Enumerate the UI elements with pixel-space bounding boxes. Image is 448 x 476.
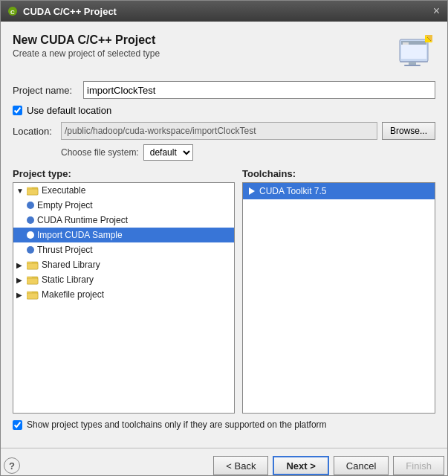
folder-icon-static	[27, 274, 39, 285]
tree-item-empty-project[interactable]: Empty Project	[13, 198, 234, 213]
tree-label-shared-library: Shared Library	[42, 260, 100, 270]
dot-thrust	[27, 246, 34, 254]
dot-import-cuda	[27, 231, 34, 239]
toolchains-label: Toolchains:	[242, 168, 435, 179]
project-name-row: Project name:	[13, 81, 435, 99]
toolchains-list[interactable]: CUDA Toolkit 7.5	[242, 182, 435, 414]
tree-item-cuda-runtime[interactable]: CUDA Runtime Project	[13, 213, 234, 228]
browse-button[interactable]: Browse...	[382, 122, 435, 140]
default-location-label: Use default location	[27, 105, 111, 116]
expand-icon-makefile: ▶	[16, 291, 24, 299]
dot-empty-project	[27, 202, 34, 209]
cuda-icon: C	[7, 5, 19, 17]
folder-icon-makefile	[27, 289, 39, 300]
filesystem-row: Choose file system: default	[13, 144, 435, 161]
svg-rect-5	[403, 42, 409, 45]
tree-item-import-cuda[interactable]: Import CUDA Sample	[13, 228, 234, 242]
dot-cuda-runtime	[27, 216, 34, 224]
folder-icon-executable	[27, 185, 39, 196]
cancel-button[interactable]: Cancel	[334, 456, 389, 475]
expand-icon-executable: ▼	[16, 187, 24, 195]
expand-icon-static: ▶	[16, 276, 24, 284]
tree-label-makefile: Makefile project	[42, 289, 104, 300]
title-bar-left: C CUDA C/C++ Project	[7, 5, 117, 17]
tree-label-import-cuda: Import CUDA Sample	[37, 230, 123, 240]
tree-label-cuda-runtime: CUDA Runtime Project	[37, 215, 128, 225]
bottom-checkbox-row: Show project types and toolchains only i…	[13, 419, 435, 430]
svg-rect-20	[27, 278, 38, 284]
toolchains-column: Toolchains: CUDA Toolkit 7.5	[242, 168, 435, 414]
project-name-label: Project name:	[13, 85, 83, 96]
filesystem-label: Choose file system:	[61, 147, 139, 158]
expand-icon-shared: ▶	[16, 261, 24, 269]
two-column-area: Project type: ▼ Executable Empty Project	[13, 168, 435, 414]
header-text: New CUDA C/C++ Project Create a new proj…	[13, 33, 160, 59]
button-row: ? < Back Next > Cancel Finish	[1, 456, 447, 475]
header-section: New CUDA C/C++ Project Create a new proj…	[13, 33, 435, 72]
filesystem-select[interactable]: default	[143, 144, 193, 161]
tree-label-executable: Executable	[42, 185, 85, 196]
platform-filter-checkbox[interactable]	[13, 420, 22, 430]
tree-item-static-library[interactable]: ▶ Static Library	[13, 272, 234, 287]
play-icon-cuda	[249, 187, 255, 195]
default-location-row: Use default location	[13, 105, 435, 116]
back-button[interactable]: < Back	[213, 456, 268, 475]
location-label: Location:	[13, 126, 61, 137]
project-type-column: Project type: ▼ Executable Empty Project	[13, 168, 235, 414]
svg-rect-7	[409, 62, 416, 65]
platform-filter-label: Show project types and toolchains only i…	[27, 419, 327, 430]
svg-rect-23	[27, 293, 38, 299]
folder-icon-shared	[27, 260, 39, 270]
project-type-label: Project type:	[13, 168, 235, 179]
title-bar: C CUDA C/C++ Project ×	[1, 1, 447, 22]
project-type-tree[interactable]: ▼ Executable Empty Project CUDA Runtime …	[13, 182, 235, 414]
svg-text:C: C	[10, 9, 15, 16]
toolchain-label-cuda: CUDA Toolkit 7.5	[259, 186, 327, 196]
toolchain-item-cuda[interactable]: CUDA Toolkit 7.5	[243, 183, 435, 199]
dialog-subtitle: Create a new project of selected type	[13, 48, 160, 59]
dialog-window: C CUDA C/C++ Project × New CUDA C/C++ Pr…	[0, 0, 448, 476]
help-button[interactable]: ?	[4, 457, 20, 474]
header-icon	[397, 33, 435, 72]
tree-label-thrust: Thrust Project	[37, 245, 93, 255]
finish-button[interactable]: Finish	[393, 456, 444, 475]
svg-rect-8	[404, 65, 421, 66]
tree-item-thrust[interactable]: Thrust Project	[13, 242, 234, 257]
window-title: CUDA C/C++ Project	[23, 6, 117, 17]
project-name-input[interactable]	[83, 81, 435, 99]
tree-item-shared-library[interactable]: ▶ Shared Library	[13, 257, 234, 272]
next-button[interactable]: Next >	[273, 456, 328, 475]
dialog-title: New CUDA C/C++ Project	[13, 33, 160, 47]
dialog-content: New CUDA C/C++ Project Create a new proj…	[1, 22, 447, 445]
svg-rect-14	[27, 189, 38, 195]
tree-label-static-library: Static Library	[42, 274, 94, 285]
location-row: Location: Browse...	[13, 122, 435, 140]
tree-label-empty-project: Empty Project	[37, 200, 93, 210]
action-buttons: < Back Next > Cancel Finish	[213, 456, 444, 475]
location-input[interactable]	[61, 122, 377, 140]
default-location-checkbox[interactable]	[13, 106, 22, 115]
tree-item-makefile[interactable]: ▶ Makefile project	[13, 287, 234, 302]
tree-item-executable[interactable]: ▼ Executable	[13, 183, 234, 198]
divider	[1, 448, 447, 448]
svg-rect-17	[27, 263, 38, 269]
close-button[interactable]: ×	[432, 5, 441, 17]
